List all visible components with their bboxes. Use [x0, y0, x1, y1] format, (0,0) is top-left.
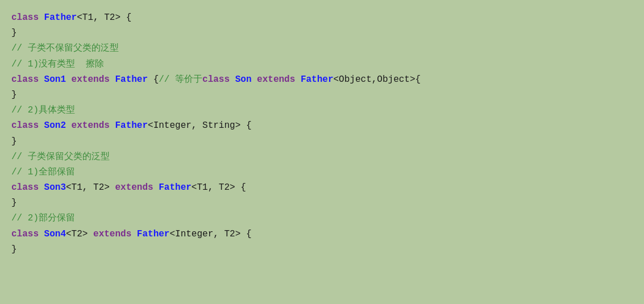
- code-token: Son: [235, 72, 252, 88]
- code-token: Son3: [44, 180, 66, 195]
- code-token: <T2>: [66, 227, 93, 242]
- code-line: class Son3<T1, T2> extends Father<T1, T2…: [11, 180, 633, 195]
- code-token: }: [11, 134, 17, 149]
- code-line: // 2)部分保留: [11, 211, 633, 226]
- code-token: extends: [66, 72, 115, 88]
- code-token: Son4: [44, 227, 66, 242]
- code-line: }: [11, 242, 633, 257]
- code-token: <T1, T2> {: [77, 10, 131, 26]
- code-token: }: [11, 242, 17, 257]
- code-token: <Object,Object>{: [334, 72, 421, 88]
- code-token: extends: [93, 227, 137, 242]
- code-token: Father: [115, 72, 148, 88]
- code-token: // 等价于: [159, 72, 202, 88]
- code-line: // 2)具体类型: [11, 103, 633, 118]
- code-line: }: [11, 26, 633, 41]
- code-token: extends: [66, 118, 115, 134]
- code-token: }: [11, 26, 17, 41]
- code-token: // 子类不保留父类的泛型: [11, 41, 119, 56]
- code-token: extends: [251, 72, 300, 88]
- code-line: // 1)全部保留: [11, 165, 633, 180]
- code-line: // 子类不保留父类的泛型: [11, 41, 633, 56]
- code-token: extends: [115, 180, 159, 195]
- code-token: }: [11, 195, 17, 211]
- code-token: {: [148, 72, 159, 88]
- code-line: }: [11, 88, 633, 103]
- code-token: class: [11, 227, 44, 242]
- code-token: <Integer, T2> {: [169, 227, 251, 242]
- code-token: Son1: [44, 72, 66, 88]
- code-token: class: [11, 118, 44, 134]
- code-token: class: [11, 10, 44, 26]
- code-token: <T1, T2>: [66, 180, 115, 195]
- code-token: class: [202, 72, 235, 88]
- code-token: Father: [137, 227, 170, 242]
- code-token: Father: [301, 72, 334, 88]
- code-line: }: [11, 134, 633, 149]
- code-line: class Son2 extends Father<Integer, Strin…: [11, 118, 633, 134]
- code-token: Father: [115, 118, 148, 134]
- code-block: class Father<T1, T2> {}// 子类不保留父类的泛型// 1…: [0, 0, 644, 304]
- code-token: // 2)部分保留: [11, 211, 75, 226]
- code-line: }: [11, 195, 633, 211]
- code-line: // 子类保留父类的泛型: [11, 149, 633, 165]
- code-line: class Son4<T2> extends Father<Integer, T…: [11, 227, 633, 242]
- code-token: // 子类保留父类的泛型: [11, 149, 110, 165]
- code-token: <T1, T2> {: [192, 180, 246, 195]
- code-line: class Father<T1, T2> {: [11, 10, 633, 26]
- code-content: class Father<T1, T2> {}// 子类不保留父类的泛型// 1…: [11, 10, 633, 257]
- code-line: // 1)没有类型 擦除: [11, 57, 633, 72]
- code-token: Father: [44, 10, 77, 26]
- code-token: class: [11, 180, 44, 195]
- code-token: // 1)没有类型 擦除: [11, 57, 104, 72]
- code-token: // 2)具体类型: [11, 103, 75, 118]
- code-token: Son2: [44, 118, 66, 134]
- code-token: Father: [159, 180, 192, 195]
- code-token: <Integer, String> {: [148, 118, 251, 134]
- code-token: // 1)全部保留: [11, 165, 75, 180]
- code-token: }: [11, 88, 17, 103]
- code-token: class: [11, 72, 44, 88]
- code-line: class Son1 extends Father {// 等价于class S…: [11, 72, 633, 88]
